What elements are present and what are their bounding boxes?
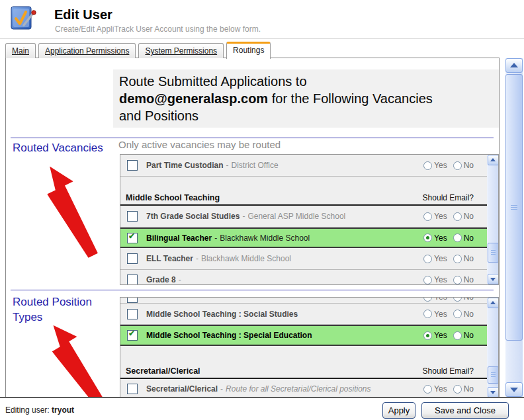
routed-position-types-list: Yes No Middle School Teaching : Social S… xyxy=(120,297,499,398)
scrollbar-thumb[interactable] xyxy=(488,243,499,263)
radio-no[interactable]: No xyxy=(453,161,474,170)
vacancy-location: Blackhawk Middle School xyxy=(220,233,310,243)
radio-yes-selected[interactable]: Yes xyxy=(423,331,447,340)
position-row-clipped[interactable]: Yes No xyxy=(120,298,487,304)
routing-heading-block: Route Submitted Applications to demo@gen… xyxy=(113,69,499,128)
dash: - xyxy=(226,161,228,170)
routed-vacancies-list: Part Time Custodian - District Office Ye… xyxy=(120,154,499,285)
position-row-social-studies[interactable]: Middle School Teaching : Social Studies … xyxy=(120,304,487,325)
routed-vacancies-label: Routed Vacancies xyxy=(13,140,112,155)
active-vacancies-note: Only active vacancies may be routed xyxy=(118,139,281,150)
checkbox-checked[interactable] xyxy=(127,330,138,341)
dash: - xyxy=(214,233,217,243)
radio-no[interactable]: No xyxy=(453,310,474,319)
scroll-down-button[interactable] xyxy=(488,274,499,284)
vacancy-name: ELL Teacher xyxy=(146,254,193,263)
vacancies-scrollbar[interactable] xyxy=(487,155,498,284)
group-name: Secretarial/Clerical xyxy=(126,366,200,376)
dash: - xyxy=(179,275,181,284)
vacancy-name: Part Time Custodian xyxy=(146,161,223,170)
edit-user-window: Edit User Create/Edit AppliTrack User Ac… xyxy=(0,0,524,420)
checkbox[interactable] xyxy=(127,211,138,222)
checkbox[interactable] xyxy=(127,274,138,285)
group-header-middle-school-teaching: Middle School Teaching Should Email? xyxy=(120,190,487,206)
group-name: Middle School Teaching xyxy=(126,193,220,202)
radio-no[interactable]: No xyxy=(453,384,474,394)
radio-yes[interactable]: Yes xyxy=(423,254,447,263)
dash: - xyxy=(242,212,245,221)
position-row-secretarial-clerical[interactable]: Secretarial/Clerical - Route for all Sec… xyxy=(120,379,487,398)
radio-no[interactable]: No xyxy=(453,331,474,340)
vacancy-row-part-time-custodian[interactable]: Part Time Custodian - District Office Ye… xyxy=(120,155,487,177)
page-scrollbar[interactable] xyxy=(505,58,523,397)
vacancy-row-bilingual-teacher[interactable]: Bilingual Teacher - Blackhawk Middle Sch… xyxy=(120,228,487,248)
should-email-label: Should Email? xyxy=(423,193,474,202)
dash: - xyxy=(220,384,223,394)
spacer-row xyxy=(120,346,487,362)
vacancy-name: Bilingual Teacher xyxy=(146,233,212,243)
checkbox[interactable] xyxy=(127,253,138,264)
position-name: Secretarial/Clerical xyxy=(146,384,218,394)
tab-application-permissions[interactable]: Application Permissions xyxy=(38,43,136,58)
radio-yes[interactable]: Yes xyxy=(423,298,447,302)
spacer-row xyxy=(120,177,487,190)
radio-yes[interactable]: Yes xyxy=(423,310,447,319)
position-name: Middle School Teaching : Special Educati… xyxy=(146,331,312,340)
edit-user-icon xyxy=(8,5,38,34)
editing-user-status: Editing user: tryout xyxy=(5,405,74,415)
checkbox[interactable] xyxy=(127,384,138,394)
vacancy-location: District Office xyxy=(231,161,278,170)
vacancy-name: Grade 8 xyxy=(146,275,176,284)
checkbox[interactable] xyxy=(127,160,138,171)
radio-no[interactable]: No xyxy=(453,212,474,221)
radio-yes-selected[interactable]: Yes xyxy=(423,233,447,243)
position-name: Middle School Teaching : Social Studies xyxy=(146,310,298,319)
window-header: Edit User Create/Edit AppliTrack User Ac… xyxy=(0,0,524,39)
tab-routings[interactable]: Routings xyxy=(226,42,271,59)
vacancy-row-ell-teacher[interactable]: ELL Teacher - Blackhawk Middle School Ye… xyxy=(120,248,487,270)
routed-position-types-label: Routed Position Types xyxy=(13,294,112,325)
tab-main[interactable]: Main xyxy=(5,43,36,58)
radio-no[interactable]: No xyxy=(453,298,474,302)
vacancy-name: 7th Grade Social Studies xyxy=(146,212,240,221)
page-subtitle: Create/Edit AppliTrack User Account usin… xyxy=(55,24,261,34)
position-types-scrollbar[interactable] xyxy=(487,298,498,398)
radio-yes[interactable]: Yes xyxy=(423,161,447,170)
radio-no[interactable]: No xyxy=(453,275,474,284)
checkbox-checked[interactable] xyxy=(127,233,138,243)
divider-line xyxy=(11,138,494,138)
scroll-up-button[interactable] xyxy=(488,298,499,308)
radio-no[interactable]: No xyxy=(453,254,474,263)
editing-user-label: Editing user: xyxy=(5,405,50,415)
vacancy-location: General ASP Middle School xyxy=(247,212,345,221)
apply-button[interactable]: Apply xyxy=(382,402,415,419)
footer-bar: Editing user: tryout Apply Save and Clos… xyxy=(0,397,524,420)
radio-yes[interactable]: Yes xyxy=(423,384,447,394)
routing-heading: Route Submitted Applications to demo@gen… xyxy=(119,73,437,124)
scroll-up-button[interactable] xyxy=(505,58,523,73)
radio-yes[interactable]: Yes xyxy=(423,212,447,221)
dash: - xyxy=(196,254,198,263)
position-row-special-education[interactable]: Middle School Teaching : Special Educati… xyxy=(120,325,487,346)
vacancy-row-7th-grade-social-studies[interactable]: 7th Grade Social Studies - General ASP M… xyxy=(120,206,487,228)
position-description: Route for all Secretarial/Clerical posit… xyxy=(226,384,371,394)
scroll-up-button[interactable] xyxy=(488,155,499,165)
group-header-secretarial-clerical: Secretarial/Clerical Should Email? xyxy=(120,362,487,379)
routing-email: demo@generalasp.com xyxy=(119,91,268,106)
checkbox[interactable] xyxy=(127,309,138,319)
vacancy-location: Blackhawk Middle School xyxy=(201,254,291,263)
checkbox[interactable] xyxy=(127,298,138,303)
vacancy-row-grade-8[interactable]: Grade 8 - Yes No xyxy=(120,270,487,285)
radio-no[interactable]: No xyxy=(453,233,474,243)
should-email-label: Should Email? xyxy=(423,366,474,376)
scroll-down-button[interactable] xyxy=(488,387,499,398)
page-title: Edit User xyxy=(54,7,112,22)
tab-system-permissions[interactable]: System Permissions xyxy=(138,43,224,58)
save-and-close-button[interactable]: Save and Close xyxy=(421,402,509,419)
scrollbar-thumb[interactable] xyxy=(488,366,499,384)
scroll-down-button[interactable] xyxy=(505,382,523,397)
scrollbar-thumb[interactable] xyxy=(505,74,523,341)
divider-line xyxy=(11,290,494,290)
tab-bar: Main Application Permissions System Perm… xyxy=(5,42,271,58)
radio-yes[interactable]: Yes xyxy=(423,275,447,284)
